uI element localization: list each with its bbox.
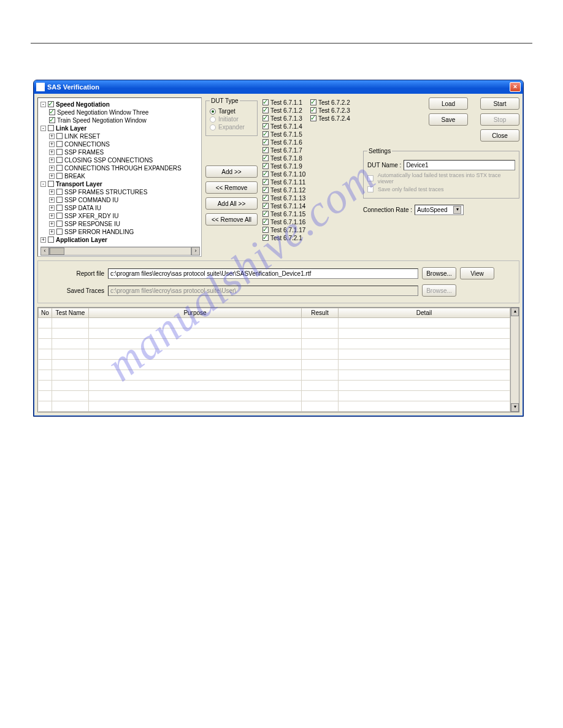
scroll-left-icon[interactable]: ‹ [40,247,49,256]
col-detail[interactable]: Detail [339,308,510,318]
report-view-button[interactable]: View [460,267,494,279]
dut-type-initiator: Initiator [210,116,253,123]
table-row [39,318,510,328]
file-paths-panel: Report file Browse... View Saved Traces … [37,260,519,303]
traces-browse-button: Browse... [422,284,456,297]
scroll-down-icon[interactable]: ▾ [511,403,519,412]
saved-traces-label: Saved Traces [63,287,104,294]
add-button[interactable]: Add >> [205,165,258,178]
selected-tests-list[interactable]: Test 6.7.1.1 Test 6.7.1.2 Test 6.7.1.3 T… [261,97,359,257]
col-no[interactable]: No [39,308,52,318]
table-row [39,328,510,339]
window-title: SAS Verification [47,83,510,91]
app-icon [36,83,45,91]
add-all-button[interactable]: Add All >> [205,197,258,210]
dut-name-label: DUT Name : [367,162,401,169]
remove-all-button[interactable]: << Remove All [205,213,258,226]
col-test-name[interactable]: Test Name [52,308,89,318]
report-file-label: Report file [63,270,104,277]
settings-group: Settings DUT Name : Automatically load f… [363,148,519,199]
close-button[interactable]: Close [480,129,519,142]
table-row [39,349,510,360]
dut-type-group: DUT Type Target Initiator Expander [205,97,258,136]
table-row [39,360,510,370]
sas-verification-window: SAS Verification × -Speed Negotiation Sp… [33,80,524,417]
save-button[interactable]: Save [429,113,468,126]
stop-button: Stop [480,113,519,126]
table-row [39,391,510,401]
test-category-tree[interactable]: -Speed Negotiation Speed Negotiation Win… [37,97,202,257]
window-titlebar[interactable]: SAS Verification × [34,80,523,94]
dut-type-target[interactable]: Target [210,108,253,115]
grid-vertical-scrollbar[interactable]: ▴ ▾ [510,308,519,412]
scroll-up-icon[interactable]: ▴ [511,308,519,316]
col-result[interactable]: Result [302,308,339,318]
col-purpose[interactable]: Purpose [89,308,302,318]
scroll-right-icon[interactable]: › [191,247,200,256]
load-button[interactable]: Load [429,97,468,110]
results-grid[interactable]: No Test Name Purpose Result Detail [37,307,519,412]
table-row [39,401,510,412]
connection-rate-label: Connection Rate : [363,207,412,213]
close-icon[interactable]: × [510,82,521,92]
dut-name-input[interactable] [404,160,515,170]
saved-traces-input [108,286,418,296]
chevron-down-icon[interactable]: ▾ [453,206,461,214]
table-row [39,381,510,391]
tree-horizontal-scrollbar[interactable]: ‹ › [40,246,200,255]
report-browse-button[interactable]: Browse... [422,267,456,279]
dut-type-expander: Expander [210,124,253,131]
table-row [39,370,510,381]
save-failed-traces-checkbox: Save only failed test traces [367,186,515,192]
start-button[interactable]: Start [480,97,519,110]
auto-load-traces-checkbox: Automatically load failed test traces in… [367,172,515,184]
report-file-input[interactable] [108,268,418,279]
remove-button[interactable]: << Remove [205,181,258,194]
table-row [39,339,510,349]
connection-rate-combo[interactable]: AutoSpeed ▾ [415,205,464,215]
